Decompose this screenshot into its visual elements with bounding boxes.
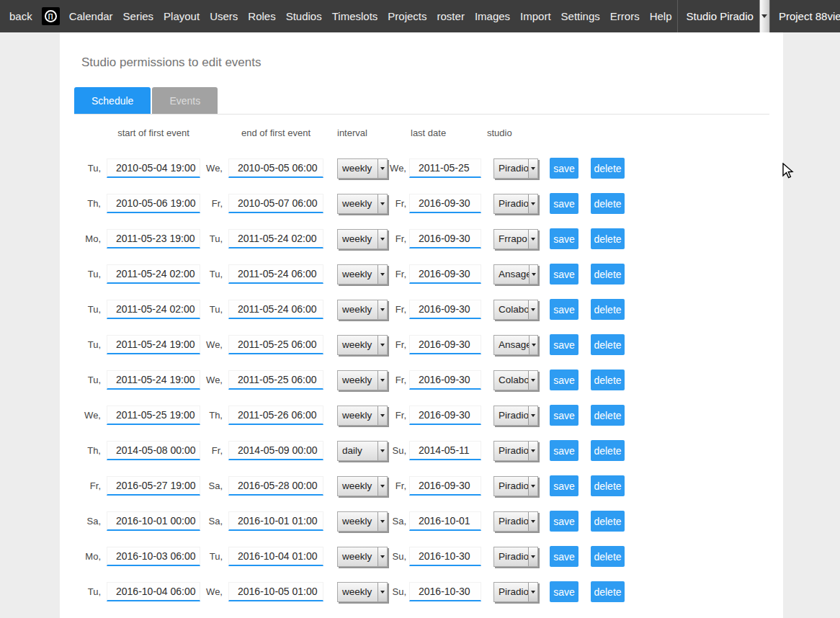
start-datetime-input[interactable] bbox=[107, 511, 200, 531]
tab-schedule[interactable]: Schedule bbox=[74, 87, 151, 114]
last-date-input[interactable] bbox=[409, 300, 481, 319]
interval-select[interactable]: weekly bbox=[337, 335, 388, 355]
project-select[interactable]: Project 88vier bbox=[769, 0, 840, 32]
last-date-input[interactable] bbox=[409, 511, 481, 531]
interval-select-arrow-icon[interactable] bbox=[377, 300, 387, 319]
nav-item-series[interactable]: Series bbox=[118, 0, 159, 32]
interval-select-arrow-icon[interactable] bbox=[377, 512, 387, 531]
save-button[interactable]: save bbox=[550, 158, 578, 179]
start-datetime-input[interactable] bbox=[107, 158, 200, 178]
interval-select-arrow-icon[interactable] bbox=[377, 547, 387, 566]
studio-select-row[interactable]: Piradio bbox=[493, 547, 538, 567]
studio-select-arrow-icon[interactable] bbox=[528, 583, 537, 601]
studio-select-row[interactable]: Piradio bbox=[493, 582, 538, 602]
nav-item-images[interactable]: Images bbox=[470, 0, 515, 32]
save-button[interactable]: save bbox=[550, 511, 578, 532]
nav-item-roles[interactable]: Roles bbox=[243, 0, 280, 32]
interval-select-arrow-icon[interactable] bbox=[377, 230, 387, 248]
last-date-input[interactable] bbox=[409, 370, 481, 390]
end-datetime-input[interactable] bbox=[228, 229, 323, 248]
start-datetime-input[interactable] bbox=[107, 335, 200, 354]
interval-select[interactable]: weekly bbox=[337, 582, 388, 602]
last-date-input[interactable] bbox=[409, 476, 481, 496]
interval-select-arrow-icon[interactable] bbox=[377, 265, 387, 284]
studio-select-row[interactable]: Frrapo bbox=[493, 229, 538, 249]
delete-button[interactable]: delete bbox=[591, 228, 625, 249]
nav-item-help[interactable]: Help bbox=[645, 0, 677, 32]
nav-item-studios[interactable]: Studios bbox=[281, 0, 327, 32]
last-date-input[interactable] bbox=[409, 406, 481, 425]
last-date-input[interactable] bbox=[409, 441, 481, 460]
last-date-input[interactable] bbox=[409, 582, 481, 601]
interval-select[interactable]: weekly bbox=[337, 300, 388, 320]
delete-button[interactable]: delete bbox=[591, 158, 625, 179]
interval-select-arrow-icon[interactable] bbox=[377, 159, 387, 178]
studio-select-arrow-icon[interactable] bbox=[528, 230, 537, 248]
interval-select-arrow-icon[interactable] bbox=[377, 371, 387, 390]
studio-select-arrow-icon[interactable] bbox=[528, 442, 537, 460]
interval-select-arrow-icon[interactable] bbox=[377, 442, 387, 460]
save-button[interactable]: save bbox=[550, 440, 578, 461]
interval-select-arrow-icon[interactable] bbox=[377, 194, 387, 213]
nav-item-settings[interactable]: Settings bbox=[556, 0, 605, 32]
delete-button[interactable]: delete bbox=[591, 405, 625, 426]
end-datetime-input[interactable] bbox=[228, 406, 323, 425]
studio-select-row[interactable]: Piradio bbox=[493, 194, 538, 214]
interval-select-arrow-icon[interactable] bbox=[377, 336, 387, 354]
nav-item-timeslots[interactable]: Timeslots bbox=[327, 0, 383, 32]
end-datetime-input[interactable] bbox=[228, 194, 323, 213]
end-datetime-input[interactable] bbox=[228, 264, 323, 284]
delete-button[interactable]: delete bbox=[591, 511, 625, 532]
interval-select-arrow-icon[interactable] bbox=[377, 583, 387, 601]
studio-select-arrow-icon[interactable] bbox=[759, 0, 769, 32]
nav-item-import[interactable]: Import bbox=[515, 0, 556, 32]
last-date-input[interactable] bbox=[409, 547, 481, 566]
last-date-input[interactable] bbox=[409, 229, 481, 248]
last-date-input[interactable] bbox=[409, 264, 481, 284]
end-datetime-input[interactable] bbox=[228, 547, 323, 566]
start-datetime-input[interactable] bbox=[107, 194, 200, 213]
interval-select[interactable]: weekly bbox=[337, 511, 388, 532]
studio-select-row[interactable]: Colabo bbox=[493, 370, 538, 390]
studio-select-row[interactable]: Ansage bbox=[493, 335, 538, 355]
studio-select-arrow-icon[interactable] bbox=[528, 300, 537, 319]
studio-select[interactable]: Studio Piradio bbox=[677, 0, 769, 32]
start-datetime-input[interactable] bbox=[107, 406, 200, 425]
delete-button[interactable]: delete bbox=[591, 370, 625, 390]
delete-button[interactable]: delete bbox=[591, 299, 625, 320]
nav-item-calendar[interactable]: Calendar bbox=[64, 0, 118, 32]
save-button[interactable]: save bbox=[550, 475, 578, 496]
studio-select-arrow-icon[interactable] bbox=[529, 265, 537, 284]
start-datetime-input[interactable] bbox=[107, 582, 200, 601]
last-date-input[interactable] bbox=[409, 158, 481, 178]
start-datetime-input[interactable] bbox=[107, 229, 200, 248]
end-datetime-input[interactable] bbox=[228, 476, 323, 496]
interval-select[interactable]: daily bbox=[337, 441, 388, 461]
save-button[interactable]: save bbox=[550, 193, 578, 214]
interval-select[interactable]: weekly bbox=[337, 476, 388, 496]
interval-select[interactable]: weekly bbox=[337, 370, 388, 390]
delete-button[interactable]: delete bbox=[591, 334, 625, 355]
start-datetime-input[interactable] bbox=[107, 264, 200, 284]
studio-select-row[interactable]: Colabo bbox=[493, 300, 538, 320]
save-button[interactable]: save bbox=[550, 370, 578, 390]
interval-select[interactable]: weekly bbox=[337, 547, 388, 567]
interval-select[interactable]: weekly bbox=[337, 158, 388, 179]
studio-select-arrow-icon[interactable] bbox=[529, 336, 537, 354]
delete-button[interactable]: delete bbox=[591, 546, 625, 567]
interval-select-arrow-icon[interactable] bbox=[377, 477, 387, 496]
save-button[interactable]: save bbox=[550, 264, 578, 285]
save-button[interactable]: save bbox=[550, 299, 578, 320]
tab-events[interactable]: Events bbox=[152, 87, 218, 114]
nav-item-projects[interactable]: Projects bbox=[383, 0, 432, 32]
interval-select[interactable]: weekly bbox=[337, 229, 388, 249]
studio-select-arrow-icon[interactable] bbox=[528, 159, 537, 178]
interval-select[interactable]: weekly bbox=[337, 264, 388, 285]
interval-select[interactable]: weekly bbox=[337, 406, 388, 426]
end-datetime-input[interactable] bbox=[228, 441, 323, 460]
interval-select-arrow-icon[interactable] bbox=[377, 406, 387, 425]
nav-item-users[interactable]: Users bbox=[205, 0, 243, 32]
save-button[interactable]: save bbox=[550, 228, 578, 249]
end-datetime-input[interactable] bbox=[228, 300, 323, 319]
nav-item-roster[interactable]: roster bbox=[432, 0, 470, 32]
